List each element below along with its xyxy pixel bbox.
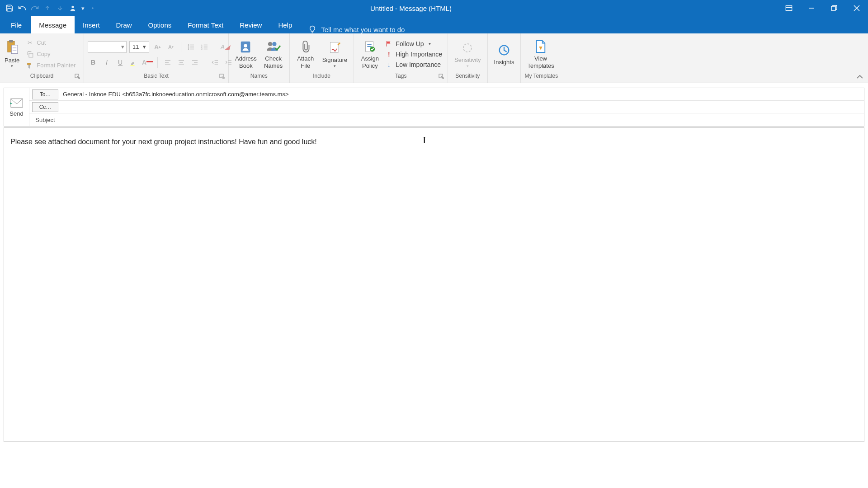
to-button[interactable]: To…	[32, 89, 58, 99]
view-templates-button[interactable]: View Templates	[524, 38, 557, 70]
group-label-clipboard: Clipboard	[30, 73, 53, 79]
body-text: Please see attached document for your ne…	[10, 138, 317, 145]
grow-font-icon[interactable]: A▴	[152, 42, 163, 52]
decrease-indent-icon[interactable]	[210, 57, 221, 68]
message-body[interactable]: Please see attached document for your ne…	[4, 127, 864, 442]
svg-point-52	[272, 42, 276, 46]
svg-rect-4	[786, 6, 792, 11]
sensitivity-button[interactable]: Sensitivity ▾	[452, 39, 484, 69]
clipboard-icon	[5, 40, 19, 55]
window-title: Untitled - Message (HTML)	[99, 5, 778, 12]
sensitivity-dropdown-icon[interactable]: ▾	[467, 64, 469, 68]
tell-me-text: Tell me what you want to do	[321, 26, 405, 33]
close-icon[interactable]	[845, 0, 868, 16]
align-center-icon[interactable]	[176, 57, 187, 68]
paste-button[interactable]: Paste ▾	[4, 40, 22, 68]
followup-dropdown-icon[interactable]: ▾	[429, 41, 431, 46]
to-field[interactable]: General - Inknoe EDU <b653a7fc.inknoeedu…	[61, 90, 864, 99]
lightbulb-icon	[308, 25, 316, 33]
redo-icon[interactable]	[29, 2, 41, 14]
highlight-icon[interactable]	[128, 57, 139, 68]
undo-icon[interactable]	[16, 2, 28, 14]
svg-point-2	[71, 6, 74, 8]
address-book-button[interactable]: Address Book	[232, 38, 259, 70]
tell-me-search[interactable]: Tell me what you want to do	[300, 25, 405, 33]
check-names-icon	[266, 39, 281, 54]
low-importance-button[interactable]: ↓Low Importance	[384, 61, 444, 69]
send-button[interactable]: Send	[4, 88, 29, 126]
insights-button[interactable]: Insights	[491, 42, 517, 67]
italic-icon[interactable]: I	[101, 57, 112, 68]
subject-label: Subject	[29, 117, 61, 123]
bold-icon[interactable]: B	[88, 57, 99, 68]
sensitivity-label: Sensitivity	[454, 56, 481, 64]
cc-button[interactable]: Cc…	[32, 102, 58, 112]
tab-message[interactable]: Message	[31, 16, 75, 33]
group-label-include: Include	[313, 73, 330, 79]
templates-icon	[535, 39, 547, 54]
align-left-icon[interactable]	[162, 57, 173, 68]
qat-dropdown-icon[interactable]: ▾	[80, 2, 86, 14]
group-basic-text: ▾ 11▾ A▴ A▾ 123 A◢ B I U A	[84, 33, 229, 83]
tab-format-text[interactable]: Format Text	[179, 16, 231, 33]
tab-draw[interactable]: Draw	[108, 16, 140, 33]
attach-file-button[interactable]: Attach File	[293, 38, 318, 70]
basic-text-launcher-icon[interactable]	[219, 74, 226, 80]
group-label-names: Names	[250, 73, 268, 79]
ribbon-display-icon[interactable]	[778, 0, 800, 16]
group-label-templates: My Templates	[524, 73, 558, 79]
check-names-button[interactable]: Check Names	[261, 38, 286, 70]
signature-icon	[329, 40, 341, 56]
paste-dropdown-icon[interactable]: ▾	[11, 64, 13, 68]
scissors-icon: ✂	[26, 39, 34, 47]
group-include: Attach File Signature ▾ Include	[290, 33, 354, 83]
follow-up-button[interactable]: Follow Up▾	[384, 40, 444, 48]
subject-field[interactable]	[61, 119, 864, 121]
tab-review[interactable]: Review	[231, 16, 270, 33]
text-cursor-icon: I	[423, 134, 426, 146]
tab-options[interactable]: Options	[140, 16, 180, 33]
save-icon[interactable]	[4, 2, 15, 14]
user-icon[interactable]	[67, 2, 79, 14]
touch-mode-icon[interactable]	[87, 2, 99, 14]
collapse-ribbon-icon[interactable]	[856, 74, 863, 80]
align-right-icon[interactable]	[189, 57, 200, 68]
maximize-icon[interactable]	[823, 0, 845, 16]
underline-icon[interactable]: U	[115, 57, 126, 68]
ribbon-tabs: File Message Insert Draw Options Format …	[0, 16, 868, 33]
svg-point-3	[92, 7, 94, 9]
tab-insert[interactable]: Insert	[75, 16, 108, 33]
font-color-icon[interactable]: A	[142, 57, 153, 68]
paintbrush-icon	[26, 61, 34, 70]
format-painter-button[interactable]: Format Painter	[24, 61, 77, 70]
tab-file[interactable]: File	[2, 16, 31, 33]
copy-button[interactable]: Copy	[24, 49, 77, 59]
group-names: Address Book Check Names Names	[229, 33, 290, 83]
next-item-icon[interactable]	[54, 2, 66, 14]
signature-button[interactable]: Signature ▾	[320, 39, 350, 69]
font-size-combo[interactable]: 11▾	[129, 41, 149, 53]
cut-button[interactable]: ✂Cut	[24, 38, 77, 48]
assign-policy-button[interactable]: Assign Policy	[358, 38, 382, 70]
insights-label: Insights	[494, 59, 514, 66]
svg-point-50	[244, 44, 247, 47]
high-importance-button[interactable]: !High Importance	[384, 50, 444, 58]
cc-field[interactable]	[61, 106, 864, 108]
shrink-font-icon[interactable]: A▾	[165, 42, 176, 52]
clipboard-launcher-icon[interactable]	[75, 74, 81, 80]
previous-item-icon[interactable]	[42, 2, 53, 14]
tags-launcher-icon[interactable]	[439, 74, 445, 80]
svg-line-18	[77, 76, 80, 79]
font-family-combo[interactable]: ▾	[88, 41, 127, 53]
numbering-icon[interactable]: 123	[199, 42, 210, 52]
svg-point-19	[188, 44, 189, 45]
minimize-icon[interactable]	[800, 0, 823, 16]
group-tags: Assign Policy Follow Up▾ !High Importanc…	[354, 33, 448, 83]
signature-label: Signature	[322, 56, 348, 64]
flag-icon	[386, 41, 392, 47]
tab-help[interactable]: Help	[270, 16, 300, 33]
quick-access-toolbar: ▾	[0, 2, 99, 14]
signature-dropdown-icon[interactable]: ▾	[334, 64, 336, 68]
down-arrow-icon: ↓	[386, 61, 392, 68]
bullets-icon[interactable]	[186, 42, 197, 52]
